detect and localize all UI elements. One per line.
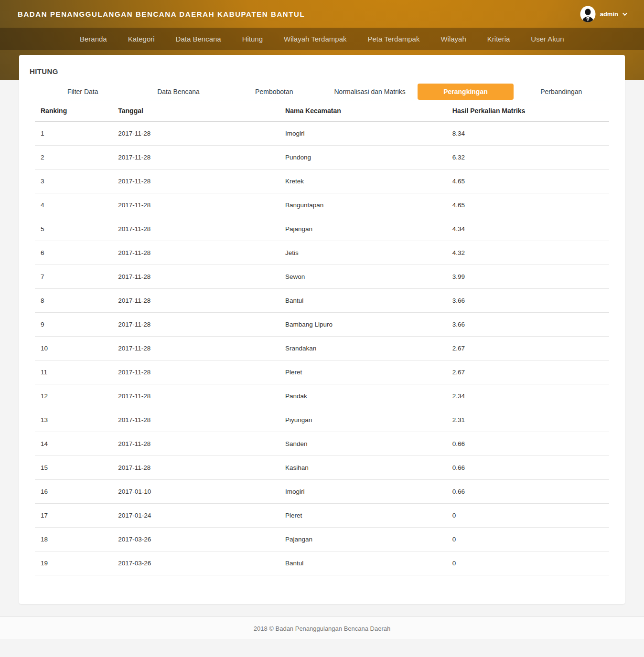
- column-header-hasil: Hasil Perkalian Matriks: [447, 100, 609, 122]
- cell-nama-kecamatan: Bantul: [279, 289, 447, 313]
- cell-hasil: 2.67: [447, 360, 609, 384]
- cell-nama-kecamatan: Sanden: [279, 432, 447, 456]
- column-header-nama-kecamatan: Nama Kecamatan: [279, 100, 447, 122]
- nav-item-user-akun[interactable]: User Akun: [520, 28, 574, 50]
- cell-ranking: 4: [35, 193, 112, 217]
- cell-nama-kecamatan: Imogiri: [279, 480, 447, 504]
- table-row: 16 2017-01-10 Imogiri 0.66: [35, 480, 609, 504]
- tab-filter-data[interactable]: Filter Data: [35, 84, 130, 100]
- table-row: 10 2017-11-28 Srandakan 2.67: [35, 337, 609, 360]
- table-row: 14 2017-11-28 Sanden 0.66: [35, 432, 609, 456]
- content-card: HITUNG Filter Data Data Bencana Pembobot…: [19, 55, 625, 604]
- cell-hasil: 0.66: [447, 432, 609, 456]
- table-header-row: Ranking Tanggal Nama Kecamatan Hasil Per…: [35, 100, 609, 122]
- cell-nama-kecamatan: Bantul: [279, 551, 447, 575]
- cell-nama-kecamatan: Pajangan: [279, 217, 447, 241]
- table-row: 4 2017-11-28 Banguntapan 4.65: [35, 193, 609, 217]
- chevron-down-icon: [623, 11, 627, 16]
- column-header-ranking: Ranking: [35, 100, 112, 122]
- cell-ranking: 13: [35, 408, 112, 432]
- cell-tanggal: 2017-11-28: [112, 265, 279, 289]
- cell-nama-kecamatan: Pleret: [279, 504, 447, 528]
- cell-hasil: 4.32: [447, 241, 609, 265]
- cell-ranking: 14: [35, 432, 112, 456]
- table-row: 8 2017-11-28 Bantul 3.66: [35, 289, 609, 313]
- cell-hasil: 0.66: [447, 480, 609, 504]
- cell-ranking: 15: [35, 456, 112, 480]
- nav-item-kategori[interactable]: Kategori: [118, 28, 165, 50]
- cell-nama-kecamatan: Pleret: [279, 360, 447, 384]
- cell-tanggal: 2017-11-28: [112, 456, 279, 480]
- cell-hasil: 0: [447, 504, 609, 528]
- cell-tanggal: 2017-11-28: [112, 384, 279, 408]
- cell-ranking: 2: [35, 146, 112, 170]
- tab-bar: Filter Data Data Bencana Pembobotan Norm…: [35, 84, 609, 100]
- cell-tanggal: 2017-11-28: [112, 408, 279, 432]
- cell-ranking: 9: [35, 313, 112, 337]
- cell-hasil: 8.34: [447, 122, 609, 146]
- table-row: 9 2017-11-28 Bambang Lipuro 3.66: [35, 313, 609, 337]
- ranking-table: Ranking Tanggal Nama Kecamatan Hasil Per…: [35, 100, 609, 575]
- table-row: 3 2017-11-28 Kretek 4.65: [35, 170, 609, 193]
- nav-item-kriteria[interactable]: Kriteria: [477, 28, 521, 50]
- cell-tanggal: 2017-11-28: [112, 217, 279, 241]
- cell-nama-kecamatan: Imogiri: [279, 122, 447, 146]
- cell-nama-kecamatan: Pajangan: [279, 528, 447, 551]
- tab-pembobotan[interactable]: Pembobotan: [226, 84, 322, 100]
- app-title: BADAN PENANGGULANGAN BENCANA DAERAH KABU…: [18, 10, 305, 18]
- cell-ranking: 5: [35, 217, 112, 241]
- cell-hasil: 3.99: [447, 265, 609, 289]
- nav-item-hitung[interactable]: Hitung: [232, 28, 273, 50]
- cell-tanggal: 2017-11-28: [112, 313, 279, 337]
- nav-item-wilayah[interactable]: Wilayah: [430, 28, 476, 50]
- cell-ranking: 18: [35, 528, 112, 551]
- nav-item-wilayah-terdampak[interactable]: Wilayah Terdampak: [273, 28, 357, 50]
- page-title: HITUNG: [30, 67, 609, 75]
- cell-ranking: 12: [35, 384, 112, 408]
- cell-tanggal: 2017-01-10: [112, 480, 279, 504]
- top-bar: BADAN PENANGGULANGAN BENCANA DAERAH KABU…: [0, 0, 644, 28]
- cell-tanggal: 2017-11-28: [112, 289, 279, 313]
- table-row: 6 2017-11-28 Jetis 4.32: [35, 241, 609, 265]
- page-footer: 2018 © Badan Penanggulangan Bencana Daer…: [0, 616, 644, 639]
- cell-tanggal: 2017-01-24: [112, 504, 279, 528]
- copyright-text: 2018 © Badan Penanggulangan Bencana Daer…: [254, 625, 390, 632]
- table-row: 19 2017-03-26 Bantul 0: [35, 551, 609, 575]
- tab-normalisasi-dan-matriks[interactable]: Normalisasi dan Matriks: [322, 84, 418, 100]
- table-row: 15 2017-11-28 Kasihan 0.66: [35, 456, 609, 480]
- column-header-tanggal: Tanggal: [112, 100, 279, 122]
- cell-ranking: 6: [35, 241, 112, 265]
- table-row: 12 2017-11-28 Pandak 2.34: [35, 384, 609, 408]
- cell-ranking: 8: [35, 289, 112, 313]
- cell-nama-kecamatan: Banguntapan: [279, 193, 447, 217]
- cell-tanggal: 2017-11-28: [112, 146, 279, 170]
- table-row: 17 2017-01-24 Pleret 0: [35, 504, 609, 528]
- cell-nama-kecamatan: Jetis: [279, 241, 447, 265]
- nav-item-peta-terdampak[interactable]: Peta Terdampak: [357, 28, 430, 50]
- table-row: 18 2017-03-26 Pajangan 0: [35, 528, 609, 551]
- cell-ranking: 16: [35, 480, 112, 504]
- user-menu[interactable]: admin: [580, 6, 626, 22]
- cell-hasil: 2.31: [447, 408, 609, 432]
- cell-hasil: 6.32: [447, 146, 609, 170]
- cell-tanggal: 2017-11-28: [112, 122, 279, 146]
- table-body: 1 2017-11-28 Imogiri 8.34 2 2017-11-28 P…: [35, 122, 609, 575]
- cell-ranking: 3: [35, 170, 112, 193]
- cell-ranking: 19: [35, 551, 112, 575]
- cell-hasil: 4.34: [447, 217, 609, 241]
- cell-nama-kecamatan: Sewon: [279, 265, 447, 289]
- cell-nama-kecamatan: Kasihan: [279, 456, 447, 480]
- nav-item-data-bencana[interactable]: Data Bencana: [165, 28, 232, 50]
- cell-hasil: 2.67: [447, 337, 609, 360]
- cell-hasil: 4.65: [447, 193, 609, 217]
- tab-perbandingan[interactable]: Perbandingan: [514, 84, 609, 100]
- cell-tanggal: 2017-11-28: [112, 170, 279, 193]
- cell-tanggal: 2017-11-28: [112, 432, 279, 456]
- cell-tanggal: 2017-03-26: [112, 551, 279, 575]
- cell-hasil: 2.34: [447, 384, 609, 408]
- nav-item-beranda[interactable]: Beranda: [69, 28, 118, 50]
- cell-nama-kecamatan: Srandakan: [279, 337, 447, 360]
- tab-data-bencana[interactable]: Data Bencana: [130, 84, 226, 100]
- tab-perangkingan[interactable]: Perangkingan: [418, 84, 513, 100]
- cell-ranking: 17: [35, 504, 112, 528]
